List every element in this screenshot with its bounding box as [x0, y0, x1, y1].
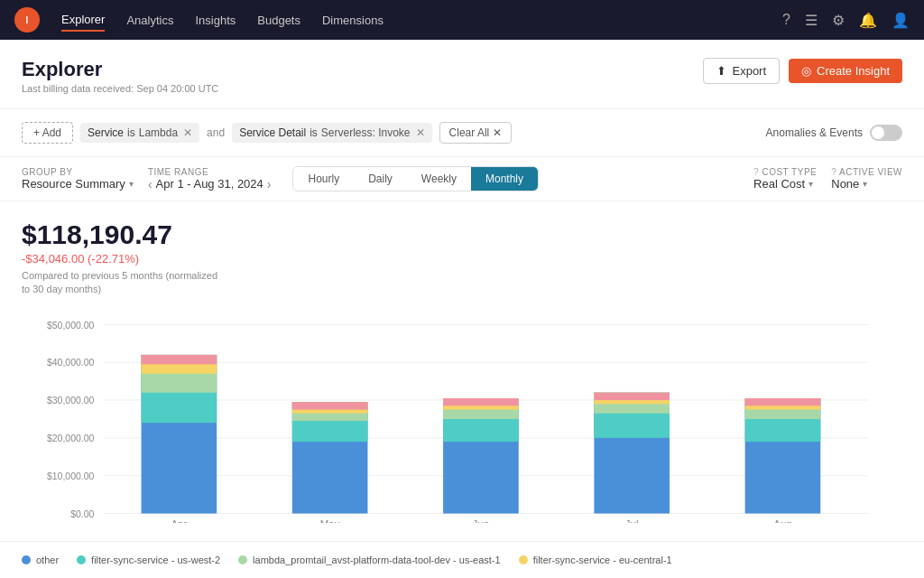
legend-dot-lambda-promtail	[238, 555, 247, 564]
nav-explorer[interactable]: Explorer	[61, 9, 105, 32]
chart-legend: other filter-sync-service - us-west-2 la…	[0, 541, 924, 578]
active-view-dropdown[interactable]: None ▾	[831, 177, 902, 191]
cost-type-dropdown[interactable]: Real Cost ▾	[753, 177, 817, 191]
legend-dot-filter-sync-eu	[519, 555, 528, 564]
chart-section: $118,190.47 -$34,046.00 (-22.71%) Compar…	[0, 201, 924, 541]
user-icon[interactable]: 👤	[892, 12, 910, 29]
svg-text:Jun: Jun	[473, 518, 490, 523]
service-detail-filter-tag: Service Detail is Serverless: Invoke ✕	[232, 123, 431, 143]
svg-text:$20,000.00: $20,000.00	[47, 434, 94, 443]
total-block: $118,190.47 -$34,046.00 (-22.71%) Compar…	[22, 219, 902, 297]
settings-icon[interactable]: ⚙	[832, 12, 845, 29]
active-view-chevron: ▾	[863, 179, 867, 189]
legend-item-other: other	[22, 555, 59, 565]
legend-label-filter-sync-eu: filter-sync-service - eu-central-1	[533, 555, 672, 565]
export-icon: ⬆	[716, 64, 726, 78]
header-actions: ⬆ Export ◎ Create Insight	[703, 58, 902, 84]
time-range-control: Time Range ‹ Apr 1 - Aug 31, 2024 ›	[148, 167, 272, 191]
notifications-icon[interactable]: 🔔	[859, 12, 877, 29]
nav-analytics[interactable]: Analytics	[126, 10, 173, 31]
tab-weekly[interactable]: Weekly	[407, 167, 471, 191]
legend-item-filter-sync-us-west: filter-sync-service - us-west-2	[77, 555, 220, 565]
svg-text:$50,000.00: $50,000.00	[47, 320, 94, 330]
granularity-tabs: Hourly Daily Weekly Monthly	[292, 166, 539, 191]
bar-chart: $50,000.00 $40,000.00 $30,000.00 $20,000…	[22, 315, 902, 523]
add-filter-button[interactable]: + Add	[22, 122, 73, 144]
chart-area: $50,000.00 $40,000.00 $30,000.00 $20,000…	[22, 315, 902, 523]
svg-text:Apr: Apr	[171, 518, 187, 523]
change-value: -$34,046.00 (-22.71%)	[22, 252, 902, 266]
page-header: Explorer Last billing data received: Sep…	[0, 40, 924, 109]
controls-bar: Group By Resource Summary ▾ Time Range ‹…	[0, 157, 924, 201]
active-view-control: ? Active View None ▾	[831, 167, 902, 191]
svg-text:May: May	[320, 518, 340, 523]
export-button[interactable]: ⬆ Export	[703, 58, 780, 84]
cost-type-chevron: ▾	[808, 179, 813, 189]
logo[interactable]: I	[14, 7, 40, 33]
group-by-dropdown[interactable]: Resource Summary ▾	[22, 177, 134, 191]
bar-jun-pink	[443, 398, 519, 406]
svg-text:Jul: Jul	[625, 518, 639, 523]
svg-text:$30,000.00: $30,000.00	[47, 396, 94, 406]
bar-apr-pink	[142, 355, 217, 364]
help-icon[interactable]: ?	[782, 12, 790, 28]
cost-type-control: ? Cost Type Real Cost ▾	[753, 167, 817, 191]
anomalies-label: Anomalies & Events	[766, 126, 863, 139]
svg-text:$10,000.00: $10,000.00	[47, 471, 94, 481]
remove-service-detail-filter[interactable]: ✕	[416, 126, 425, 139]
comparison-text: Compared to previous 5 months (normalize…	[22, 269, 220, 297]
active-view-help-icon: ?	[831, 167, 836, 177]
bar-aug-pink	[745, 398, 821, 406]
legend-label-filter-sync-us-west: filter-sync-service - us-west-2	[91, 555, 220, 565]
time-range-value: Apr 1 - Aug 31, 2024	[156, 177, 263, 191]
group-by-control: Group By Resource Summary ▾	[22, 167, 134, 191]
page-content: Explorer Last billing data received: Sep…	[0, 40, 924, 578]
docs-icon[interactable]: ☰	[805, 12, 818, 29]
nav-right: ? ☰ ⚙ 🔔 👤	[782, 12, 910, 29]
legend-label-other: other	[36, 555, 59, 565]
svg-text:$40,000.00: $40,000.00	[47, 358, 94, 368]
page-title-block: Explorer Last billing data received: Sep…	[22, 58, 218, 94]
filter-bar: + Add Service is Lambda ✕ and Service De…	[0, 109, 924, 157]
page-title: Explorer	[22, 58, 218, 81]
svg-text:Aug: Aug	[773, 518, 791, 523]
page-subtitle: Last billing data received: Sep 04 20:00…	[22, 83, 218, 94]
create-insight-icon: ◎	[801, 64, 811, 78]
remove-service-filter[interactable]: ✕	[183, 126, 192, 139]
legend-item-filter-sync-eu: filter-sync-service - eu-central-1	[519, 555, 672, 565]
time-range-next[interactable]: ›	[267, 177, 272, 191]
group-by-chevron: ▾	[129, 179, 134, 189]
legend-dot-filter-sync-us-west	[77, 555, 86, 564]
nav-budgets[interactable]: Budgets	[257, 10, 300, 31]
navbar: I Explorer Analytics Insights Budgets Di…	[0, 0, 924, 40]
nav-dimensions[interactable]: Dimensions	[322, 10, 383, 31]
nav-insights[interactable]: Insights	[195, 10, 236, 31]
filter-connector: and	[207, 126, 225, 139]
clear-all-button[interactable]: Clear All ✕	[439, 122, 513, 144]
svg-text:I: I	[26, 15, 29, 25]
bar-may-pink	[292, 402, 368, 409]
create-insight-button[interactable]: ◎ Create Insight	[789, 59, 902, 83]
cost-type-help-icon: ?	[753, 167, 759, 177]
tab-daily[interactable]: Daily	[354, 167, 407, 191]
bar-jul-pink	[594, 393, 670, 400]
anomalies-section: Anomalies & Events	[766, 125, 902, 141]
anomalies-toggle[interactable]	[870, 125, 902, 141]
tab-hourly[interactable]: Hourly	[293, 167, 354, 191]
svg-text:$0.00: $0.00	[70, 509, 94, 519]
legend-label-lambda-promtail: lambda_promtail_avst-platform-data-tool-…	[253, 555, 501, 565]
service-filter-tag: Service is Lambda ✕	[80, 123, 199, 143]
time-range-prev[interactable]: ‹	[148, 177, 152, 191]
tab-monthly[interactable]: Monthly	[471, 167, 538, 191]
nav-links: Explorer Analytics Insights Budgets Dime…	[61, 9, 383, 32]
legend-item-lambda-promtail: lambda_promtail_avst-platform-data-tool-…	[238, 555, 501, 565]
total-amount: $118,190.47	[22, 219, 902, 250]
legend-dot-other	[22, 555, 31, 564]
